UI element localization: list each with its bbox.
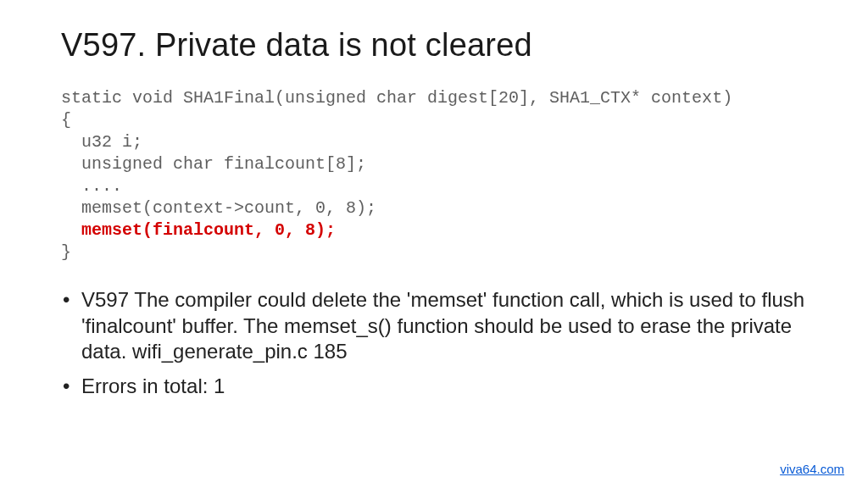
- list-item: V597 The compiler could delete the 'mems…: [61, 287, 807, 365]
- code-line: ....: [61, 176, 122, 196]
- code-line-highlight: memset(finalcount, 0, 8);: [61, 220, 336, 240]
- code-line: static void SHA1Final(unsigned char dige…: [61, 88, 732, 108]
- code-line: {: [61, 110, 71, 130]
- code-line: }: [61, 242, 71, 262]
- code-line: u32 i;: [61, 132, 142, 152]
- footer-link[interactable]: viva64.com: [780, 462, 844, 476]
- page-title: V597. Private data is not cleared: [61, 27, 807, 64]
- list-item: Errors in total: 1: [61, 374, 807, 400]
- bullet-list: V597 The compiler could delete the 'mems…: [61, 287, 807, 400]
- code-block: static void SHA1Final(unsigned char dige…: [61, 87, 807, 263]
- code-line: unsigned char finalcount[8];: [61, 154, 366, 174]
- slide: V597. Private data is not cleared static…: [0, 0, 868, 488]
- code-line: memset(context->count, 0, 8);: [61, 198, 376, 218]
